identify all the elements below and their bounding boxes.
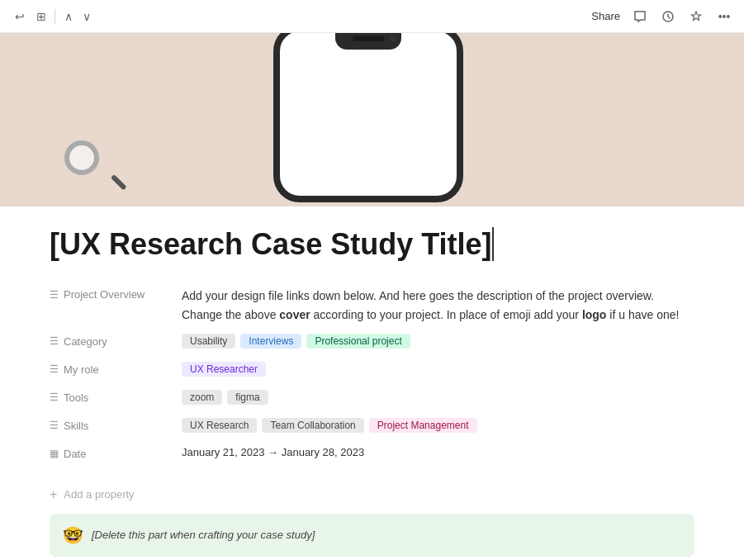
- tag-ux-researcher[interactable]: UX Researcher: [182, 362, 266, 377]
- hint-box: 🤓 [Delete this part when crafting your c…: [50, 514, 694, 557]
- overview-label: ☰ Project Overview: [50, 287, 182, 301]
- myrole-tags: UX Researcher: [182, 362, 694, 377]
- calendar-icon: ▦: [50, 448, 59, 459]
- page-icon[interactable]: ⊞: [33, 8, 50, 25]
- list-icon-3: ☰: [50, 363, 59, 375]
- myrole-row: ☰ My role UX Researcher: [50, 357, 694, 385]
- hint-text: [Delete this part when crafting your cas…: [92, 529, 315, 541]
- skills-row: ☰ Skills UX Research Team Collaboration …: [50, 413, 694, 441]
- nav-down-icon[interactable]: ∨: [78, 8, 95, 25]
- category-label: ☰ Category: [50, 334, 182, 348]
- myrole-label: ☰ My role: [50, 362, 182, 376]
- tag-interviews[interactable]: Interviews: [240, 334, 301, 349]
- phone-mockup: [273, 33, 472, 206]
- date-row: ▦ Date January 21, 2023 → January 28, 20…: [50, 441, 694, 469]
- more-icon[interactable]: •••: [716, 8, 732, 25]
- toolbar-right: Share •••: [591, 8, 732, 25]
- page-content: [UX Research Case Study Title] ☰ Project…: [0, 206, 744, 560]
- skills-tags: UX Research Team Collaboration Project M…: [182, 418, 694, 433]
- magnifier-icon: [64, 140, 118, 194]
- toolbar: ↩ ⊞ ∧ ∨ Share •••: [0, 0, 744, 33]
- back-icon[interactable]: ↩: [12, 8, 28, 25]
- nav-up-icon[interactable]: ∧: [60, 8, 77, 25]
- toolbar-divider: [54, 9, 55, 24]
- date-label: ▦ Date: [50, 446, 182, 460]
- tag-usability[interactable]: Usability: [182, 334, 235, 349]
- star-icon[interactable]: [688, 8, 704, 25]
- category-tags: Usability Interviews Professional projec…: [182, 334, 694, 349]
- list-icon-4: ☰: [50, 392, 59, 403]
- hint-emoji: 🤓: [63, 525, 83, 545]
- description-text: Add your design file links down below. A…: [182, 287, 694, 324]
- date-range[interactable]: January 21, 2023 → January 28, 2023: [182, 446, 364, 458]
- add-property-row[interactable]: + Add a property: [50, 482, 694, 507]
- tools-tags: zoom figma: [182, 390, 694, 405]
- date-value: January 21, 2023 → January 28, 2023: [182, 446, 694, 458]
- cover-image: [0, 33, 744, 206]
- tag-zoom[interactable]: zoom: [182, 390, 222, 405]
- tag-figma[interactable]: figma: [227, 390, 268, 405]
- tag-project-mgmt[interactable]: Project Management: [369, 418, 477, 433]
- share-button[interactable]: Share: [591, 10, 620, 22]
- overview-value: Add your design file links down below. A…: [182, 287, 694, 324]
- list-icon: ☰: [50, 289, 59, 301]
- tag-ux-research[interactable]: UX Research: [182, 418, 257, 433]
- history-icon[interactable]: [660, 8, 676, 25]
- tools-row: ☰ Tools zoom figma: [50, 385, 694, 413]
- skills-label: ☰ Skills: [50, 418, 182, 432]
- list-icon-5: ☰: [50, 420, 59, 431]
- comment-icon[interactable]: [632, 8, 648, 25]
- properties-table: ☰ Project Overview Add your design file …: [50, 282, 694, 469]
- add-property-label: Add a property: [64, 488, 134, 501]
- page-title[interactable]: [UX Research Case Study Title]: [50, 227, 494, 261]
- add-icon: +: [50, 487, 57, 502]
- category-row: ☰ Category Usability Interviews Professi…: [50, 329, 694, 357]
- tag-professional[interactable]: Professional project: [306, 334, 410, 349]
- tools-label: ☰ Tools: [50, 390, 182, 404]
- nav-arrows: ∧ ∨: [60, 8, 95, 25]
- overview-row: ☰ Project Overview Add your design file …: [50, 282, 694, 329]
- list-icon-2: ☰: [50, 335, 59, 347]
- toolbar-left: ↩ ⊞ ∧ ∨: [12, 8, 585, 25]
- tag-team-collab[interactable]: Team Collaboration: [262, 418, 363, 433]
